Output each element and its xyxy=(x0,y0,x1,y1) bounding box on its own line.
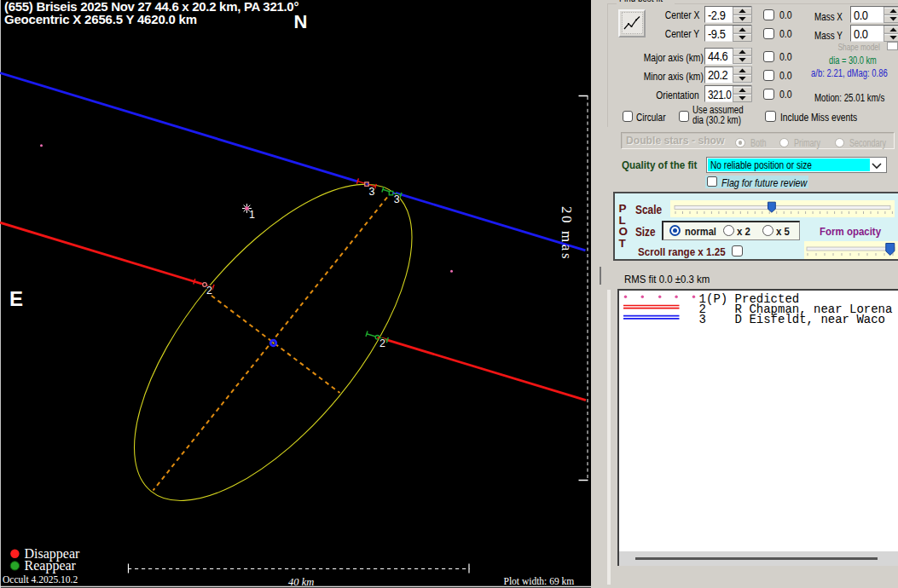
svg-text:Geocentric X 2656.5 Y 4620.: Geocentric X 2656.5 Y 4620.0 km xyxy=(4,12,197,26)
svg-text:Occult 4.2025.10.2: Occult 4.2025.10.2 xyxy=(3,574,78,585)
svg-text:E: E xyxy=(9,287,23,310)
svg-text:40 km: 40 km xyxy=(288,576,314,588)
svg-text:N: N xyxy=(294,11,308,32)
svg-text:1: 1 xyxy=(249,209,255,221)
svg-text:2: 2 xyxy=(379,337,385,349)
svg-text:3: 3 xyxy=(698,313,705,326)
svg-text:Plot width: 69 km: Plot width: 69 km xyxy=(504,576,575,586)
svg-text:Reappear: Reappear xyxy=(25,558,77,574)
svg-text:20 mas: 20 mas xyxy=(559,206,575,261)
svg-text:D Eisfeldt, near Waco: D Eisfeldt, near Waco xyxy=(734,313,884,326)
svg-text:3: 3 xyxy=(369,186,375,198)
svg-text:3: 3 xyxy=(394,193,400,205)
svg-text:2: 2 xyxy=(206,285,212,297)
